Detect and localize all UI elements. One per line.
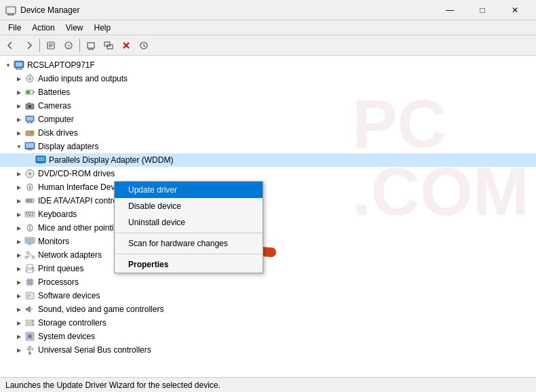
toolbar-sep-1 [39, 39, 40, 52]
device-tree[interactable]: PC.COM ▼ RCSLAPTOP971F ▶ [0, 56, 536, 377]
sound-label: Sound, video and game controllers [38, 305, 164, 314]
menu-view[interactable]: View [60, 20, 89, 35]
expand-ide[interactable]: ▶ [14, 195, 24, 206]
tree-item-network[interactable]: ▶ Network adapters [0, 248, 536, 262]
svg-rect-62 [32, 212, 33, 214]
toolbar-forward[interactable] [20, 37, 37, 54]
svg-rect-74 [25, 256, 28, 258]
tree-item-computer[interactable]: ▶ Computer [0, 113, 536, 126]
tree-item-cameras[interactable]: ▶ Cameras [0, 99, 536, 113]
svg-rect-10 [88, 43, 94, 48]
svg-point-82 [32, 268, 33, 269]
ctx-disable-device[interactable]: Disable device [115, 198, 263, 214]
tree-item-hid[interactable]: ▶ Human Interface Devices [0, 180, 536, 194]
toolbar-properties[interactable] [43, 37, 59, 54]
expand-keyboards[interactable]: ▶ [14, 209, 24, 220]
expand-processors[interactable]: ▶ [14, 277, 24, 288]
svg-rect-65 [32, 214, 33, 216]
toolbar-btn3[interactable] [83, 37, 99, 54]
ctx-properties[interactable]: Properties [115, 256, 263, 273]
tree-item-processors[interactable]: ▶ Processors [0, 275, 536, 289]
minimize-button[interactable]: — [434, 0, 465, 20]
usb-label: Universal Serial Bus controllers [38, 345, 151, 355]
close-button[interactable]: ✕ [499, 0, 531, 20]
expand-display[interactable]: ▼ [14, 141, 24, 152]
expand-monitors[interactable]: ▶ [14, 236, 24, 247]
toolbar-scan[interactable] [136, 37, 152, 54]
svg-point-31 [28, 105, 32, 109]
expand-print[interactable]: ▶ [14, 263, 24, 274]
tree-item-monitors[interactable]: ▶ Monitors [0, 235, 536, 248]
processor-icon [24, 277, 35, 288]
software-label: Software devices [38, 291, 100, 300]
expand-batteries[interactable]: ▶ [14, 87, 24, 98]
audio-label: Audio inputs and outputs [38, 74, 128, 83]
ctx-scan-hardware[interactable]: Scan for hardware changes [115, 235, 263, 252]
monitors-label: Monitors [38, 237, 69, 246]
expand-cameras[interactable]: ▶ [14, 100, 24, 111]
tree-item-system[interactable]: ▶ System devices [0, 330, 536, 343]
maximize-button[interactable]: □ [467, 0, 498, 20]
svg-line-76 [28, 254, 30, 256]
tree-root[interactable]: ▼ RCSLAPTOP971F [0, 58, 536, 72]
toolbar-remove[interactable] [118, 37, 134, 54]
tree-item-mice[interactable]: ▶ Mice and other pointing devices [0, 221, 536, 235]
tree-item-usb[interactable]: ▶ Universal Serial Bus controllers [0, 343, 536, 357]
tree-item-dvd[interactable]: ▶ DVD/CD-ROM drives [0, 167, 536, 180]
toolbar-update-driver[interactable]: ? [60, 37, 77, 54]
expand-sound[interactable]: ▶ [14, 304, 24, 315]
expand-storage[interactable]: ▶ [14, 317, 24, 328]
svg-rect-75 [32, 256, 35, 258]
expand-computer[interactable]: ▶ [14, 114, 24, 125]
ctx-update-driver[interactable]: Update driver [115, 182, 263, 198]
expand-system[interactable]: ▶ [14, 331, 24, 342]
expand-dvd[interactable]: ▶ [14, 168, 24, 179]
tree-item-batteries[interactable]: ▶ Batteries [0, 85, 536, 99]
tree-item-display[interactable]: ▼ Display adapters [0, 140, 536, 153]
svg-rect-42 [26, 143, 34, 148]
svg-rect-80 [27, 264, 33, 268]
audio-icon [24, 73, 35, 84]
svg-point-104 [28, 335, 31, 338]
expand-root[interactable]: ▼ [3, 60, 14, 71]
menu-help[interactable]: Help [89, 20, 117, 35]
display-icon [24, 141, 35, 152]
keyboards-label: Keyboards [38, 210, 77, 219]
disk-icon [24, 128, 35, 138]
mouse-icon [24, 222, 35, 233]
expand-audio[interactable]: ▶ [14, 73, 24, 84]
processors-label: Processors [38, 277, 79, 287]
expand-parallels: ▶ [24, 155, 35, 165]
svg-rect-108 [27, 349, 29, 350]
computer-label: Computer [38, 115, 74, 124]
toolbar-btn4[interactable] [100, 37, 117, 54]
menu-action[interactable]: Action [26, 20, 60, 35]
expand-disk[interactable]: ▶ [14, 128, 24, 138]
expand-hid[interactable]: ▶ [14, 182, 24, 193]
tree-item-software[interactable]: ▶ Software devices [0, 289, 536, 302]
main-content: PC.COM ▼ RCSLAPTOP971F ▶ [0, 56, 536, 377]
system-label: System devices [38, 332, 95, 341]
svg-rect-0 [6, 7, 16, 14]
tree-item-parallels[interactable]: ▶ Parallels Display Adapter (WDDM) [0, 153, 536, 167]
tree-item-storage[interactable]: ▶ Storage controllers [0, 316, 536, 330]
ctx-uninstall-device[interactable]: Uninstall device [115, 214, 263, 231]
display-label: Display adapters [38, 142, 98, 151]
tree-item-audio[interactable]: ▶ Audio inputs and outputs [0, 72, 536, 85]
svg-point-39 [31, 132, 33, 134]
expand-network[interactable]: ▶ [14, 250, 24, 260]
context-menu: Update driver Disable device Uninstall d… [114, 181, 263, 273]
tree-item-print[interactable]: ▶ Print queues [0, 262, 536, 275]
expand-software[interactable]: ▶ [14, 290, 24, 301]
expand-mice[interactable]: ▶ [14, 222, 24, 233]
computer-icon [14, 60, 24, 71]
toolbar-back[interactable] [3, 37, 19, 54]
disk-label: Disk drives [38, 128, 78, 138]
tree-item-keyboards[interactable]: ▶ Keyboards [0, 208, 536, 221]
tree-item-sound[interactable]: ▶ Sound, video and game controllers [0, 302, 536, 316]
expand-usb[interactable]: ▶ [14, 345, 24, 355]
menu-file[interactable]: File [3, 20, 26, 35]
tree-item-disk[interactable]: ▶ Disk drives [0, 126, 536, 140]
print-label: Print queues [38, 264, 83, 273]
tree-item-ide[interactable]: ▶ IDE ATA/ATAPI controllers [0, 194, 536, 208]
